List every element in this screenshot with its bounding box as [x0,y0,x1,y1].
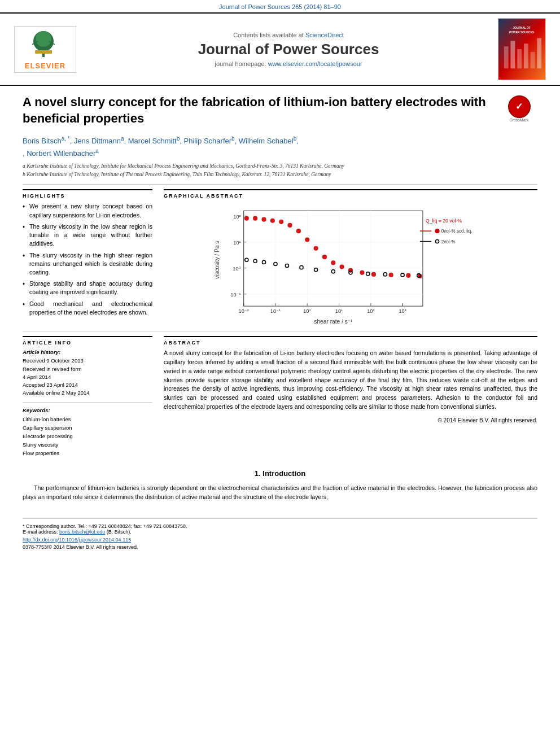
keyword-2: Capillary suspension [23,423,152,432]
crossmark-label: CrossMark [510,118,529,122]
authors-line: Boris Bitscha, *, Jens Dittmanna, Marcel… [23,134,537,159]
sciencedirect-prefix: Contents lists available at [233,32,304,38]
highlights-label: HIGHLIGHTS [23,189,152,199]
svg-point-59 [340,265,344,269]
article-info-label: ARTICLE INFO [23,336,152,346]
svg-text:viscosity / Pa s: viscosity / Pa s [214,241,220,279]
sciencedirect-link[interactable]: ScienceDirect [305,32,344,38]
highlights-col: HIGHLIGHTS We present a new slurry conce… [23,189,152,326]
journal-ref-text: Journal of Power Sources 265 (2014) 81–9… [219,3,341,10]
svg-rect-10 [504,46,509,68]
abstract-col: ABSTRACT A novel slurry concept for the … [164,336,537,457]
svg-rect-11 [510,41,515,68]
keywords-section: Keywords: Lithium-ion batteries Capillar… [23,407,152,458]
introduction-section: 1. Introduction The performance of lithi… [23,469,537,502]
svg-point-3 [36,31,51,47]
svg-text:2vol-%: 2vol-% [441,239,456,244]
svg-text:10¹: 10¹ [233,240,240,246]
highlight-item-5: Good mechanical and electrochemical prop… [23,300,152,317]
main-content: A novel slurry concept for the fabricati… [0,86,560,561]
svg-text:JOURNAL OF: JOURNAL OF [513,27,531,29]
svg-text:Q_liq = 20 vol-%: Q_liq = 20 vol-% [426,218,462,224]
svg-text:10⁰: 10⁰ [233,266,240,272]
header-section: ELSEVIER Contents lists available at Sci… [0,14,560,85]
elsevier-text: ELSEVIER [18,62,72,70]
introduction-text: The performance of lithium-ion batteries… [23,483,537,502]
svg-rect-14 [531,52,535,68]
svg-point-48 [244,216,249,221]
introduction-heading: 1. Introduction [23,469,537,478]
highlight-item-2: The slurry viscosity in the low shear re… [23,222,152,248]
email-suffix: (B. Bitsch). [107,529,132,535]
email-label: E-mail address: [23,529,58,535]
sciencedirect-line: Contents lists available at ScienceDirec… [85,32,492,38]
keyword-4: Slurry viscosity [23,440,152,449]
homepage-prefix: journal homepage: [215,60,268,67]
footer-notes: * Corresponding author. Tel.: +49 721 60… [23,518,537,550]
author5-sup: b [294,136,297,142]
revised-date: 4 April 2014 [23,373,152,381]
doi-link[interactable]: http://dx.doi.org/10.1016/j.jpowsour.201… [23,537,131,543]
svg-rect-12 [517,49,522,68]
svg-text:10²: 10² [233,214,240,220]
svg-point-49 [253,216,257,221]
journal-cover-area: JOURNAL OF POWER SOURCES [498,18,549,80]
viscosity-chart: viscosity / Pa s shear rate / s⁻¹ 10² 10… [164,202,537,326]
article-title: A novel slurry concept for the fabricati… [23,94,537,126]
header-border: ELSEVIER Contents lists available at Sci… [0,12,560,86]
keywords-label: Keywords: [23,407,152,413]
elsevier-logo-box: ELSEVIER [14,26,76,73]
highlights-list: We present a new slurry concept based on… [23,202,152,317]
svg-text:POWER SOURCES: POWER SOURCES [509,31,535,34]
revised-label: Received in revised form [23,365,152,373]
accepted-date: Accepted 23 April 2014 [23,381,152,389]
author1-name: Boris Bitsch [23,137,62,146]
homepage-link[interactable]: www.elsevier.com/locate/jpowsour [268,60,362,67]
keyword-5: Flow properties [23,449,152,457]
divider-1 [23,184,537,185]
crossmark-badge: ✓ CrossMark [501,94,537,123]
journal-cover-svg: JOURNAL OF POWER SOURCES [498,18,545,80]
email-link[interactable]: boris.bitsch@kit.edu [59,529,105,535]
graphical-abstract-col: GRAPHICAL ABSTRACT viscosity / Pa s shea… [164,189,537,326]
svg-rect-15 [537,38,541,68]
author1-sup: a, * [62,136,70,142]
author3-name: , Marcel Schmitt [124,137,177,146]
svg-point-63 [389,273,393,277]
author2-name: , Jens Dittmann [70,137,121,146]
svg-text:shear rate / s⁻¹: shear rate / s⁻¹ [314,318,353,325]
affiliations: a Karlsruhe Institute of Technology, Ins… [23,163,537,179]
svg-rect-13 [524,43,528,68]
journal-homepage-line: journal homepage: www.elsevier.com/locat… [85,60,492,67]
svg-text:10⁻²: 10⁻² [239,309,249,314]
svg-text:10³: 10³ [399,309,406,314]
svg-point-57 [322,255,327,260]
received-date: Received 9 October 2013 [23,357,152,365]
affil-a: a Karlsruhe Institute of Technology, Ins… [23,163,537,170]
title-area: A novel slurry concept for the fabricati… [23,94,537,126]
keyword-3: Electrode processing [23,432,152,440]
svg-text:10¹: 10¹ [335,309,343,314]
highlight-item-3: The slurry viscosity in the high shear r… [23,251,152,277]
page-wrapper: Journal of Power Sources 265 (2014) 81–9… [0,0,560,561]
affil-b: b Karlsruhe Institute of Technology, Ins… [23,171,537,178]
corresponding-text: * Corresponding author. Tel.: +49 721 60… [23,523,187,529]
svg-point-54 [296,229,301,234]
article-info-col: ARTICLE INFO Article history: Received 9… [23,336,152,457]
svg-point-51 [270,219,275,223]
elsevier-logo-img [18,29,69,60]
svg-rect-4 [35,50,52,54]
divider-2 [23,331,537,331]
crossmark-icon: ✓ [508,95,531,118]
header-center: Contents lists available at ScienceDirec… [79,32,498,67]
journal-ref-bar: Journal of Power Sources 265 (2014) 81–9… [0,0,560,12]
svg-point-50 [261,217,266,222]
journal-cover-image: JOURNAL OF POWER SOURCES [498,18,546,80]
highlight-item-1: We present a new slurry concept based on… [23,202,152,219]
abstract-copyright: © 2014 Elsevier B.V. All rights reserved… [164,416,537,425]
available-date: Available online 2 May 2014 [23,389,152,397]
svg-point-64 [406,273,410,278]
elsevier-svg-logo [18,29,69,60]
author6-name: , Norbert Willenbacher [23,149,95,158]
svg-point-55 [305,238,309,242]
